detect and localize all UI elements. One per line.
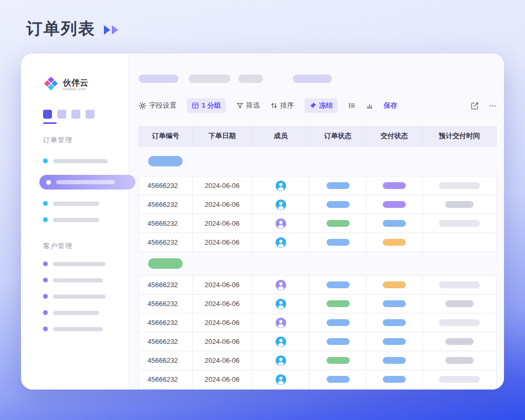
sidebar-sections: 订单管理客户管理 [43, 135, 129, 331]
sidebar-item[interactable] [43, 159, 129, 163]
table-row[interactable]: 456662322024-06-06 [139, 276, 497, 295]
label-placeholder-bar [53, 295, 106, 299]
order-status-pill [327, 239, 350, 246]
member-avatar-icon [275, 355, 287, 366]
sidebar-tab-1[interactable] [43, 110, 52, 119]
sidebar-tab-3[interactable] [71, 110, 80, 119]
order-status-pill [327, 281, 350, 288]
order-status-pill [327, 357, 350, 364]
orders-table: 订单编号下单日期成员订单状态交付状态预计交付时间 456662322024-06… [139, 126, 497, 389]
order-status-cell [310, 351, 366, 370]
member-cell [252, 295, 310, 313]
toolbar-label: 1 分组 [202, 101, 221, 110]
sort-button[interactable]: 排序 [270, 101, 294, 110]
bullet-dot [43, 159, 48, 163]
toolbar-label: 筛选 [246, 101, 260, 110]
save-button[interactable]: 保存 [384, 101, 397, 110]
field-settings-button[interactable]: 字段设置 [139, 101, 176, 110]
edit-button[interactable] [471, 102, 479, 110]
table-row[interactable]: 456662322024-06-06 [139, 214, 497, 233]
column-header: 成员 [252, 126, 310, 146]
fast-forward-icon [103, 24, 121, 36]
sidebar-tab-2[interactable] [57, 110, 66, 119]
member-avatar-icon [275, 237, 287, 248]
delivery-status-pill [383, 376, 406, 383]
group-label-pill [148, 156, 183, 166]
group-header-row[interactable] [139, 252, 497, 275]
group-rows: 456662322024-06-06456662322024-06-064566… [139, 275, 497, 389]
sidebar-tabs [43, 110, 129, 119]
column-header: 订单编号 [139, 126, 193, 146]
date-cell: 2024-06-06 [193, 176, 252, 195]
table-row[interactable]: 456662322024-06-06 [139, 370, 497, 389]
sidebar-item-selected[interactable] [39, 175, 135, 190]
eta-pill [439, 376, 480, 383]
order-status-cell [310, 195, 366, 214]
bullet-dot [43, 278, 48, 282]
table-row[interactable]: 456662322024-06-06 [139, 233, 497, 252]
member-avatar-icon [275, 199, 287, 211]
eta-pill [445, 338, 474, 345]
member-cell [252, 276, 310, 294]
sidebar-item[interactable] [43, 278, 129, 282]
table-row[interactable]: 456662322024-06-06 [139, 313, 497, 332]
order-status-cell [310, 233, 366, 251]
table-row[interactable]: 456662322024-06-06 [139, 295, 497, 313]
chart-button[interactable] [366, 102, 373, 109]
sidebar-item[interactable] [43, 310, 129, 315]
member-cell [252, 332, 310, 351]
funnel-icon [236, 102, 244, 109]
member-cell [252, 233, 310, 251]
section-label: 客户管理 [43, 242, 129, 251]
row-height-button[interactable] [348, 102, 355, 109]
sidebar-item[interactable] [43, 217, 129, 222]
eta-pill [445, 201, 474, 208]
delivery-status-cell [366, 332, 423, 351]
more-button[interactable] [488, 102, 497, 110]
freeze-button[interactable]: 冻结 [304, 98, 338, 113]
order-status-pill [327, 376, 350, 383]
group-button[interactable]: 1 分组 [187, 98, 226, 113]
eta-cell [423, 313, 497, 332]
logo-domain: huoban.com [63, 87, 88, 91]
sidebar-item[interactable] [43, 261, 129, 266]
section-label: 订单管理 [43, 135, 129, 145]
delivery-status-cell [366, 176, 423, 195]
sidebar-item[interactable] [43, 201, 129, 206]
group-rows: 456662322024-06-06456662322024-06-064566… [139, 176, 497, 252]
eta-pill [439, 319, 480, 326]
table-row[interactable]: 456662322024-06-06 [139, 332, 497, 351]
sidebar-item[interactable] [43, 294, 129, 299]
eta-cell [423, 351, 497, 370]
order-status-cell [310, 176, 366, 195]
bullet-dot [43, 327, 48, 331]
order-no-cell: 45666232 [139, 233, 193, 251]
order-status-pill [327, 300, 350, 307]
sidebar-item[interactable] [43, 327, 129, 331]
label-placeholder-bar [53, 311, 99, 315]
order-no-cell: 45666232 [139, 351, 193, 370]
order-status-cell [310, 214, 366, 233]
eta-pill [445, 300, 474, 307]
delivery-status-pill [383, 338, 406, 345]
sort-icon [270, 102, 278, 109]
table-row[interactable]: 456662322024-06-06 [139, 195, 497, 214]
logo-text: 伙伴云 huoban.com [63, 78, 88, 91]
order-status-cell [310, 332, 366, 351]
table-row[interactable]: 456662322024-06-06 [139, 351, 497, 370]
page: 订单列表 伙伴云 huoban.com [0, 0, 525, 390]
group-header-row[interactable] [139, 146, 497, 176]
filter-button[interactable]: 筛选 [236, 101, 260, 110]
toolbar-right [471, 102, 497, 110]
sidebar-section: 客户管理 [43, 242, 129, 331]
eta-pill [439, 281, 480, 288]
date-cell: 2024-06-06 [193, 313, 252, 332]
sidebar-tab-4[interactable] [86, 110, 94, 119]
gear-icon [139, 102, 146, 110]
delivery-status-pill [383, 182, 406, 189]
order-no-cell: 45666232 [139, 276, 193, 294]
delivery-status-cell [366, 370, 423, 388]
date-cell: 2024-06-06 [193, 295, 252, 313]
table-row[interactable]: 456662322024-06-06 [139, 176, 497, 195]
delivery-status-pill [383, 357, 406, 364]
